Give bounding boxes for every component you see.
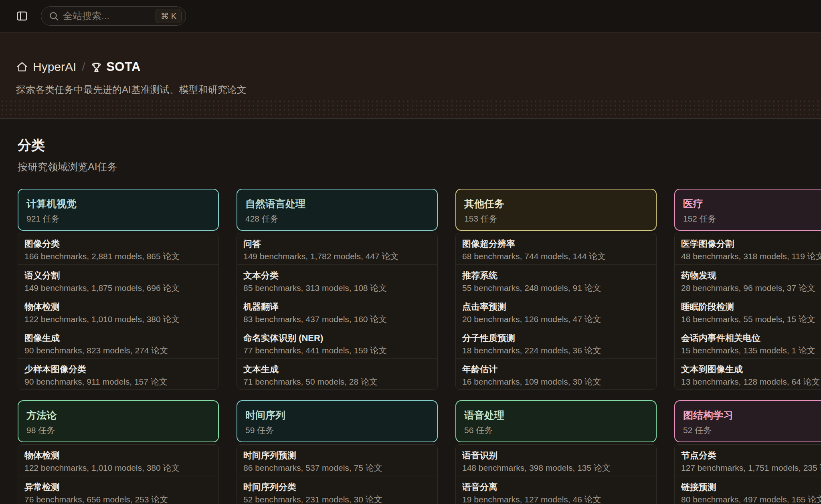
category-task-count: 428 任务 [245,213,429,224]
task-item[interactable]: 分子性质预测18 benchmarks, 224 models, 36 论文 [456,327,656,358]
category-title: 语音处理 [464,408,648,422]
task-item[interactable]: 少样本图像分类90 benchmarks, 911 models, 157 论文 [18,358,218,389]
task-item[interactable]: 图像生成90 benchmarks, 823 models, 274 论文 [18,327,218,358]
task-stats: 15 benchmarks, 135 models, 1 论文 [681,345,821,356]
trophy-icon [91,61,102,73]
page: ⌘ K HyperAI / [0,0,821,504]
task-item[interactable]: 节点分类127 benchmarks, 1,751 models, 235 论文 [675,445,821,476]
task-item[interactable]: 点击率预测20 benchmarks, 126 models, 47 论文 [456,296,656,327]
task-stats: 83 benchmarks, 437 models, 160 论文 [243,314,429,325]
task-title: 少样本图像分类 [24,363,210,375]
task-list: 医学图像分割48 benchmarks, 318 models, 119 论文药… [674,233,821,390]
category-title: 方法论 [26,408,210,422]
task-title: 问答 [243,238,429,250]
task-item[interactable]: 机器翻译83 benchmarks, 437 models, 160 论文 [237,296,437,327]
task-stats: 16 benchmarks, 55 models, 15 论文 [681,314,821,325]
main-content: 分类 按研究领域浏览AI任务 计算机视觉921 任务图像分类166 benchm… [0,119,821,504]
task-stats: 28 benchmarks, 96 models, 37 论文 [681,282,821,294]
site-search[interactable]: ⌘ K [41,6,186,26]
task-item[interactable]: 时间序列分类52 benchmarks, 231 models, 30 论文 [237,476,437,504]
task-item[interactable]: 会话内事件相关电位15 benchmarks, 135 models, 1 论文 [675,327,821,358]
category-title: 自然语言处理 [245,197,429,210]
breadcrumb-current: SOTA [91,60,141,74]
task-item[interactable]: 物体检测122 benchmarks, 1,010 models, 380 论文 [18,296,218,327]
category-task-count: 152 任务 [683,213,821,224]
category-card-header[interactable]: 其他任务153 任务 [455,189,657,231]
task-title: 语音分离 [462,481,648,493]
breadcrumb: HyperAI / SOTA [16,59,803,75]
category-card-header[interactable]: 医疗152 任务 [674,189,821,231]
task-title: 推荐系统 [462,270,648,282]
task-item[interactable]: 文本到图像生成13 benchmarks, 128 models, 64 论文 [675,358,821,389]
task-item[interactable]: 异常检测76 benchmarks, 656 models, 253 论文 [18,476,218,504]
home-icon [16,61,28,73]
category-card: 语音处理56 任务语音识别148 benchmarks, 398 models,… [455,400,657,504]
category-title: 医疗 [683,197,821,210]
task-title: 图像超分辨率 [462,238,648,250]
task-item[interactable]: 语音识别148 benchmarks, 398 models, 135 论文 [456,445,656,476]
panel-left-icon [16,10,28,22]
category-card-header[interactable]: 方法论98 任务 [18,400,219,442]
task-title: 物体检测 [24,301,210,313]
task-title: 异常检测 [24,481,210,493]
task-title: 分子性质预测 [462,332,648,344]
category-title: 时间序列 [245,408,429,422]
task-stats: 68 benchmarks, 744 models, 144 论文 [462,251,648,262]
task-item[interactable]: 药物发现28 benchmarks, 96 models, 37 论文 [675,264,821,296]
task-item[interactable]: 问答149 benchmarks, 1,782 models, 447 论文 [237,233,437,264]
keyboard-shortcut-badge: ⌘ K [156,9,182,23]
task-item[interactable]: 文本分类85 benchmarks, 313 models, 108 论文 [237,264,437,296]
task-stats: 85 benchmarks, 313 models, 108 论文 [243,282,429,294]
task-title: 年龄估计 [462,363,648,375]
task-item[interactable]: 物体检测122 benchmarks, 1,010 models, 380 论文 [18,445,218,476]
task-item[interactable]: 医学图像分割48 benchmarks, 318 models, 119 论文 [675,233,821,264]
task-title: 机器翻译 [243,301,429,313]
task-item[interactable]: 语音分离19 benchmarks, 127 models, 46 论文 [456,476,656,504]
category-title: 其他任务 [464,197,648,210]
category-card: 方法论98 任务物体检测122 benchmarks, 1,010 models… [18,400,219,504]
category-card-header[interactable]: 自然语言处理428 任务 [237,189,438,231]
task-item[interactable]: 图像超分辨率68 benchmarks, 744 models, 144 论文 [456,233,656,264]
task-item[interactable]: 链接预测80 benchmarks, 497 models, 165 论文 [675,476,821,504]
category-card-header[interactable]: 语音处理56 任务 [455,400,657,442]
category-card-header[interactable]: 计算机视觉921 任务 [18,189,219,231]
task-list: 时间序列预测86 benchmarks, 537 models, 75 论文时间… [237,444,438,504]
task-title: 文本生成 [243,363,429,375]
task-item[interactable]: 文本生成71 benchmarks, 50 models, 28 论文 [237,358,437,389]
task-stats: 71 benchmarks, 50 models, 28 论文 [243,376,429,387]
task-title: 时间序列预测 [243,450,429,462]
category-card: 自然语言处理428 任务问答149 benchmarks, 1,782 mode… [237,189,438,390]
task-title: 语义分割 [24,270,210,282]
task-list: 图像分类166 benchmarks, 2,881 models, 865 论文… [18,233,219,390]
task-item[interactable]: 年龄估计16 benchmarks, 109 models, 30 论文 [456,358,656,389]
page-banner: HyperAI / SOTA 探索各类任务中最先进的AI基准测试、模型和研究论文 [0,32,821,119]
task-item[interactable]: 推荐系统55 benchmarks, 248 models, 91 论文 [456,264,656,296]
category-card-header[interactable]: 时间序列59 任务 [237,400,438,442]
page-title: SOTA [106,60,141,74]
task-item[interactable]: 图像分类166 benchmarks, 2,881 models, 865 论文 [18,233,218,264]
task-item[interactable]: 命名实体识别 (NER)77 benchmarks, 441 models, 1… [237,327,437,358]
breadcrumb-site-label: HyperAI [33,60,76,74]
task-list: 问答149 benchmarks, 1,782 models, 447 论文文本… [237,233,438,390]
task-title: 睡眠阶段检测 [681,301,821,313]
task-stats: 148 benchmarks, 398 models, 135 论文 [462,462,648,474]
category-card-header[interactable]: 图结构学习52 任务 [674,400,821,442]
page-description: 探索各类任务中最先进的AI基准测试、模型和研究论文 [16,83,803,97]
sidebar-toggle-button[interactable] [13,7,31,25]
category-card: 医疗152 任务医学图像分割48 benchmarks, 318 models,… [674,189,821,390]
task-stats: 149 benchmarks, 1,782 models, 447 论文 [243,251,429,262]
task-title: 时间序列分类 [243,481,429,493]
breadcrumb-home-link[interactable]: HyperAI [16,60,76,74]
task-stats: 20 benchmarks, 126 models, 47 论文 [462,314,648,325]
task-item[interactable]: 睡眠阶段检测16 benchmarks, 55 models, 15 论文 [675,296,821,327]
task-item[interactable]: 时间序列预测86 benchmarks, 537 models, 75 论文 [237,445,437,476]
category-card: 图结构学习52 任务节点分类127 benchmarks, 1,751 mode… [674,400,821,504]
task-stats: 80 benchmarks, 497 models, 165 论文 [681,494,821,504]
search-input[interactable] [63,10,152,22]
task-title: 药物发现 [681,270,821,282]
task-item[interactable]: 语义分割149 benchmarks, 1,875 models, 696 论文 [18,264,218,296]
task-stats: 55 benchmarks, 248 models, 91 论文 [462,282,648,294]
task-stats: 16 benchmarks, 109 models, 30 论文 [462,376,648,387]
task-stats: 122 benchmarks, 1,010 models, 380 论文 [24,314,210,325]
task-stats: 52 benchmarks, 231 models, 30 论文 [243,494,429,504]
